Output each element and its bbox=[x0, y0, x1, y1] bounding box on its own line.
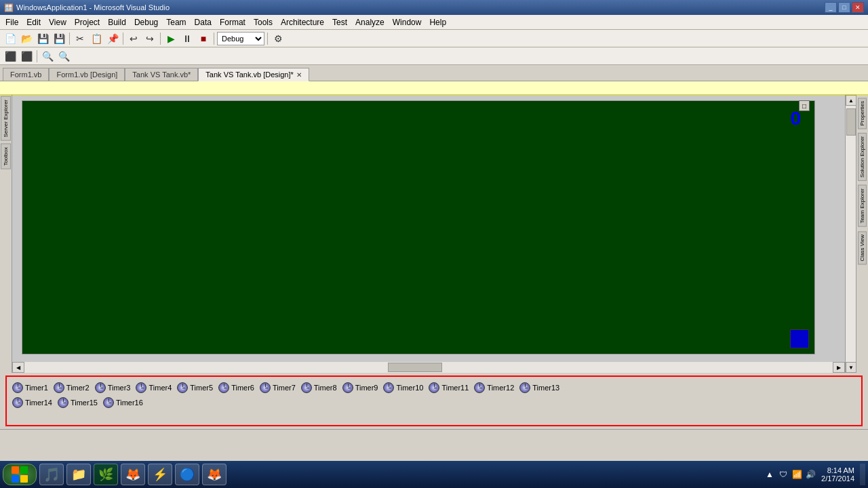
redo-button[interactable]: ↪ bbox=[142, 32, 157, 45]
show-desktop-button[interactable] bbox=[860, 464, 865, 485]
align-right-button[interactable]: ⬛ bbox=[19, 49, 34, 63]
server-explorer-tab[interactable]: Server Explorer bbox=[1, 96, 11, 141]
open-button[interactable]: 📂 bbox=[19, 32, 34, 45]
zoom-in-button[interactable]: 🔍 bbox=[56, 49, 71, 63]
timer2-item[interactable]: Timer2 bbox=[54, 382, 90, 393]
close-button[interactable]: ✕ bbox=[852, 2, 864, 13]
blue-square-component[interactable] bbox=[790, 329, 809, 348]
cut-button[interactable]: ✂ bbox=[73, 32, 87, 45]
menu-data[interactable]: Data bbox=[191, 16, 216, 28]
timer11-item[interactable]: Timer11 bbox=[429, 382, 469, 393]
timer9-item[interactable]: Timer9 bbox=[342, 382, 378, 393]
tab-form1-vb[interactable]: Form1.vb bbox=[3, 68, 49, 81]
maximize-button[interactable]: □ bbox=[838, 2, 850, 13]
resize-handle-topright[interactable]: □ bbox=[799, 100, 810, 111]
menu-debug[interactable]: Debug bbox=[130, 16, 162, 28]
timer10-item[interactable]: Timer10 bbox=[383, 382, 423, 393]
solution-platforms-button[interactable]: ⚙ bbox=[271, 32, 285, 45]
timer13-label: Timer13 bbox=[532, 384, 559, 392]
explorer-button[interactable]: 📁 bbox=[66, 464, 91, 485]
pause-button[interactable]: ⏸ bbox=[180, 32, 195, 45]
align-left-button[interactable]: ⬛ bbox=[3, 49, 18, 63]
app-icon: 🪟 bbox=[4, 3, 14, 12]
date-display: 2/17/2014 bbox=[821, 474, 854, 483]
zoom-out-button[interactable]: 🔍 bbox=[40, 49, 55, 63]
menu-help[interactable]: Help bbox=[425, 16, 450, 28]
solution-explorer-tab[interactable]: Solution Explorer bbox=[858, 133, 867, 181]
menu-view[interactable]: View bbox=[45, 16, 71, 28]
timer11-icon bbox=[429, 382, 439, 393]
save-button[interactable]: 💾 bbox=[35, 32, 50, 45]
configuration-dropdown[interactable]: Debug Release bbox=[217, 32, 264, 45]
timer12-item[interactable]: Timer12 bbox=[474, 382, 514, 393]
timer13-item[interactable]: Timer13 bbox=[519, 382, 559, 393]
tab-tankvstank-design[interactable]: Tank VS Tank.vb [Design]* ✕ bbox=[198, 68, 309, 81]
timer6-item[interactable]: Timer6 bbox=[218, 382, 254, 393]
menu-project[interactable]: Project bbox=[71, 16, 104, 28]
toolbox-tab[interactable]: Toolbox bbox=[1, 144, 11, 169]
hscroll-track[interactable] bbox=[24, 362, 833, 373]
timer15-label: Timer15 bbox=[71, 399, 98, 407]
firefox-button[interactable]: 🦊 bbox=[121, 464, 145, 485]
timer13-icon bbox=[519, 382, 530, 393]
tab-form1-design[interactable]: Form1.vb [Design] bbox=[49, 68, 125, 81]
time-display: 8:14 AM bbox=[821, 466, 854, 474]
paste-button[interactable]: 📌 bbox=[105, 32, 120, 45]
timer15-item[interactable]: Timer15 bbox=[58, 397, 98, 408]
tab-tankvstank-vb[interactable]: Tank VS Tank.vb* bbox=[125, 68, 198, 81]
window-controls[interactable]: _ □ ✕ bbox=[825, 2, 864, 13]
class-view-tab[interactable]: Class View bbox=[858, 231, 867, 264]
menu-analyze[interactable]: Analyze bbox=[351, 16, 389, 28]
vscroll-track[interactable] bbox=[846, 106, 856, 362]
menu-edit[interactable]: Edit bbox=[22, 16, 45, 28]
app3-button[interactable]: 🔵 bbox=[175, 464, 199, 485]
tray-chevron[interactable]: ▲ bbox=[764, 469, 775, 480]
menu-tools[interactable]: Tools bbox=[250, 16, 277, 28]
menu-file[interactable]: File bbox=[1, 16, 22, 28]
copy-button[interactable]: 📋 bbox=[89, 32, 104, 45]
timer10-icon bbox=[383, 382, 394, 393]
menu-build[interactable]: Build bbox=[104, 16, 130, 28]
vscroll-thumb[interactable] bbox=[846, 108, 856, 136]
properties-tab[interactable]: Properties bbox=[858, 98, 867, 129]
tab-close-icon[interactable]: ✕ bbox=[296, 71, 302, 79]
tray-security[interactable]: 🛡 bbox=[778, 469, 789, 480]
hscroll-left-button[interactable]: ◀ bbox=[12, 362, 24, 373]
menu-window[interactable]: Window bbox=[389, 16, 426, 28]
hscroll-right-button[interactable]: ▶ bbox=[833, 362, 845, 373]
tray-volume[interactable]: 🔊 bbox=[805, 469, 816, 480]
timer3-item[interactable]: Timer3 bbox=[95, 382, 131, 393]
timer1-item[interactable]: Timer1 bbox=[12, 382, 48, 393]
vscroll-up-button[interactable]: ▲ bbox=[846, 95, 856, 106]
timer8-item[interactable]: Timer8 bbox=[301, 382, 337, 393]
timer14-item[interactable]: Timer14 bbox=[12, 397, 52, 408]
menu-architecture[interactable]: Architecture bbox=[277, 16, 328, 28]
save-all-button[interactable]: 💾 bbox=[52, 32, 66, 45]
hscroll-thumb[interactable] bbox=[388, 363, 442, 372]
tray-network[interactable]: 📶 bbox=[791, 469, 802, 480]
timer16-item[interactable]: Timer16 bbox=[103, 397, 143, 408]
window-title: 🪟 WindowsApplication1 - Microsoft Visual… bbox=[4, 3, 170, 12]
timer5-item[interactable]: Timer5 bbox=[177, 382, 213, 393]
team-explorer-tab[interactable]: Team Explorer bbox=[858, 185, 867, 227]
menu-format[interactable]: Format bbox=[216, 16, 250, 28]
vscroll-down-button[interactable]: ▼ bbox=[846, 362, 856, 373]
timer7-item[interactable]: Timer7 bbox=[260, 382, 296, 393]
undo-button[interactable]: ↩ bbox=[126, 32, 141, 45]
design-surface[interactable]: 0 bbox=[22, 100, 815, 354]
timer4-item[interactable]: Timer4 bbox=[136, 382, 172, 393]
new-project-button[interactable]: 📄 bbox=[3, 32, 18, 45]
itunes-button[interactable]: 🎵 bbox=[39, 464, 64, 485]
menu-team[interactable]: Team bbox=[162, 16, 190, 28]
app1-button[interactable]: 🌿 bbox=[94, 464, 118, 485]
app2-button[interactable]: ⚡ bbox=[148, 464, 172, 485]
menu-bar: File Edit View Project Build Debug Team … bbox=[0, 15, 868, 30]
start-button[interactable] bbox=[3, 464, 37, 485]
stop-button[interactable]: ■ bbox=[196, 32, 211, 45]
minimize-button[interactable]: _ bbox=[825, 2, 837, 13]
timer-row-1: Timer1 Timer2 Timer3 Timer4 Timer5 Timer… bbox=[12, 382, 856, 393]
menu-test[interactable]: Test bbox=[328, 16, 351, 28]
app4-button[interactable]: 🦊 bbox=[202, 464, 226, 485]
svg-rect-0 bbox=[12, 466, 19, 474]
start-button[interactable]: ▶ bbox=[163, 32, 178, 45]
